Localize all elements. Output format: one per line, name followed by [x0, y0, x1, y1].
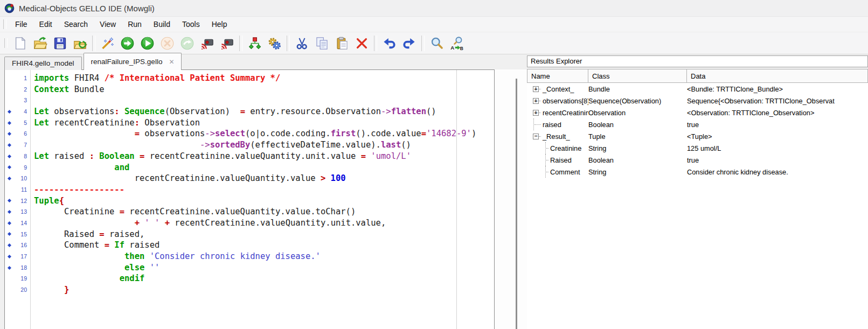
panel-splitter[interactable] — [516, 79, 517, 329]
svg-text:A: A — [450, 44, 454, 50]
menu-bar: FileEditSearchViewRunBuildToolsHelp — [0, 16, 868, 32]
breakpoint-marker — [5, 240, 13, 251]
line-number: 2 — [13, 84, 30, 95]
row-class: String — [588, 142, 687, 154]
breakpoint-marker — [5, 229, 13, 240]
collapse-icon[interactable]: − — [533, 134, 539, 139]
new-file-button[interactable] — [10, 34, 30, 52]
cut-button[interactable] — [292, 34, 312, 52]
code-line: 5Let recentCreatinine: Observation — [5, 117, 494, 129]
close-icon[interactable]: ✕ — [169, 59, 174, 65]
redo-button[interactable] — [399, 34, 419, 52]
line-number: 1 — [13, 73, 30, 84]
name-cell: raised — [527, 118, 588, 130]
tab-renalfailure-ips-gello[interactable]: renalFailure_IPS.gello✕ — [84, 53, 182, 70]
row-data: Consider chronic kidney disease. — [687, 166, 868, 178]
find-replace-button[interactable]: AB — [447, 34, 467, 52]
code-line: 19 endif — [5, 273, 494, 284]
code-text: Let observations: Sequence(Observation) … — [30, 106, 436, 117]
row-name: raised — [543, 121, 561, 129]
redo-icon — [402, 36, 416, 51]
send-message-icon — [200, 36, 214, 51]
expand-icon[interactable]: + — [533, 98, 539, 104]
save-all-button[interactable] — [70, 34, 90, 52]
table-row[interactable]: raisedBooleantrue — [527, 118, 868, 130]
run-to-cursor-icon — [120, 36, 135, 51]
code-line: 16 Comment = If raised — [5, 240, 494, 251]
line-number: 9 — [13, 162, 30, 173]
code-line: 9 and — [5, 162, 494, 173]
table-row[interactable]: CommentStringConsider chronic kidney dis… — [527, 166, 868, 178]
menu-file[interactable]: File — [9, 18, 33, 31]
magic-wand-button[interactable] — [98, 34, 117, 52]
tab-label: renalFailure_IPS.gello — [91, 55, 163, 68]
menu-build[interactable]: Build — [148, 18, 176, 31]
name-cell: +observations[8] — [527, 95, 588, 107]
menu-grip — [3, 19, 6, 29]
cut-icon — [295, 36, 309, 51]
breakpoint-marker — [5, 139, 13, 151]
toolbar-separator — [239, 36, 242, 51]
run-button[interactable] — [137, 34, 157, 52]
code-text: Let raised : Boolean = recentCreatinine.… — [30, 151, 411, 162]
code-lines: 1imports FHIR4 /* International Patient … — [5, 70, 494, 296]
paste-button[interactable] — [332, 34, 352, 52]
column-header-data[interactable]: Data — [687, 69, 868, 83]
table-row[interactable]: +observations[8]Sequence(Observation)Seq… — [527, 95, 868, 107]
find-replace-icon: AB — [449, 36, 464, 51]
syntax-tree-button[interactable] — [245, 34, 265, 52]
table-row[interactable]: −_Result_Tuple<Tuple> — [527, 130, 868, 142]
toolbar-separator — [287, 36, 290, 51]
row-class: Observation — [588, 107, 687, 118]
save-file-button[interactable] — [50, 34, 70, 52]
send-message-button[interactable] — [197, 34, 217, 52]
menu-tools[interactable]: Tools — [176, 18, 206, 31]
expand-icon[interactable]: + — [533, 86, 539, 92]
table-row[interactable]: +recentCreatinineObservation<Observation… — [527, 107, 868, 118]
column-header-class[interactable]: Class — [588, 69, 687, 83]
delete-icon — [355, 36, 369, 51]
code-text: Context Bundle — [30, 84, 105, 95]
table-row[interactable]: CreatinineString125 umol/L — [527, 142, 868, 154]
stop-icon — [160, 36, 175, 51]
toolbar-separator — [374, 36, 377, 51]
breakpoint-marker — [5, 195, 13, 207]
row-class: Sequence(Observation) — [588, 95, 687, 107]
code-line: 4Let observations: Sequence(Observation)… — [5, 106, 494, 117]
menu-edit[interactable]: Edit — [33, 18, 58, 31]
name-cell: +recentCreatinine — [527, 107, 588, 118]
code-line: 6 = observations->select(o|o.code.coding… — [5, 128, 494, 139]
table-row[interactable]: +_Context_Bundle<Bundle: TRTTIClone_Bund… — [527, 83, 868, 95]
column-header-name[interactable]: Name — [527, 69, 588, 83]
send-message-2-button[interactable] — [217, 34, 237, 52]
delete-button[interactable] — [352, 34, 372, 52]
open-file-button[interactable] — [30, 34, 50, 52]
settings-gears-button[interactable] — [265, 34, 284, 52]
line-number: 6 — [13, 128, 30, 139]
new-file-icon — [13, 36, 27, 51]
menu-view[interactable]: View — [94, 18, 122, 31]
expand-icon[interactable]: + — [533, 110, 539, 116]
tab-fhir4-gello-model[interactable]: FHIR4.gello_model — [4, 57, 82, 70]
run-to-cursor-button[interactable] — [117, 34, 137, 52]
row-data: Sequence{<Observation: TRTTIClone_Observ… — [687, 95, 868, 107]
magic-wand-icon — [100, 36, 115, 51]
code-line: 18 else '' — [5, 262, 494, 274]
search-button[interactable] — [427, 34, 447, 52]
code-editor[interactable]: 1imports FHIR4 /* International Patient … — [4, 69, 495, 329]
send-message-2-icon — [220, 36, 234, 51]
table-row[interactable]: RaisedBooleantrue — [527, 154, 868, 166]
tree-line — [546, 160, 548, 160]
line-number: 13 — [13, 206, 30, 218]
code-line: 17 then 'Consider chronic kidney disease… — [5, 251, 494, 262]
code-line: 8Let raised : Boolean = recentCreatinine… — [5, 151, 494, 162]
undo-button[interactable] — [379, 34, 399, 52]
menu-search[interactable]: Search — [58, 18, 94, 31]
copy-button[interactable] — [312, 34, 332, 52]
row-class: Tuple — [588, 130, 687, 142]
gutter-space — [5, 73, 13, 84]
menu-help[interactable]: Help — [206, 18, 233, 31]
menu-run[interactable]: Run — [122, 18, 148, 31]
results-panel: Results Explorer NameClassData +_Context… — [527, 55, 868, 329]
code-line: 15 Raised = raised, — [5, 229, 494, 240]
